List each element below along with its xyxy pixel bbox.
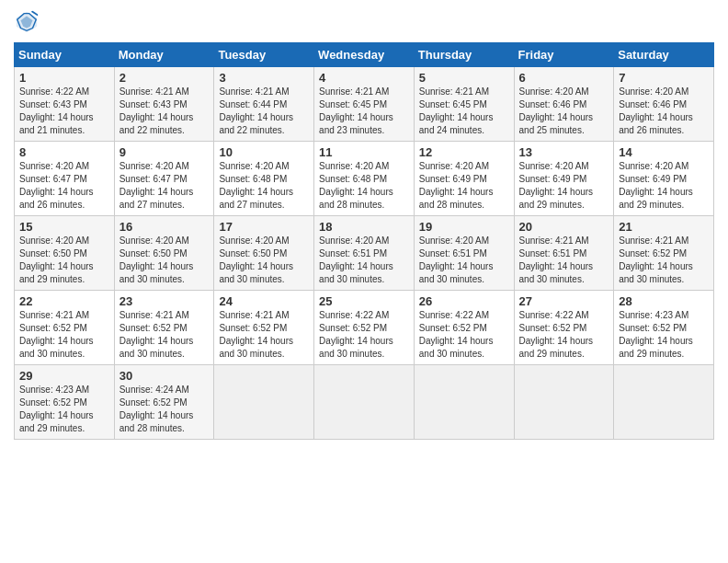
day-number: 23 bbox=[119, 294, 210, 308]
day-info: Sunrise: 4:20 AM Sunset: 6:49 PM Dayligh… bbox=[619, 160, 709, 212]
calendar-cell: 3Sunrise: 4:21 AM Sunset: 6:44 PM Daylig… bbox=[214, 67, 314, 142]
day-number: 25 bbox=[319, 294, 409, 308]
weekday-header-monday: Monday bbox=[114, 43, 214, 67]
weekday-header-tuesday: Tuesday bbox=[214, 43, 314, 67]
weekday-header-saturday: Saturday bbox=[614, 43, 714, 67]
day-info: Sunrise: 4:20 AM Sunset: 6:50 PM Dayligh… bbox=[219, 235, 309, 286]
weekday-header-friday: Friday bbox=[514, 43, 614, 67]
calendar-cell: 16Sunrise: 4:20 AM Sunset: 6:50 PM Dayli… bbox=[114, 216, 214, 291]
day-info: Sunrise: 4:22 AM Sunset: 6:52 PM Dayligh… bbox=[419, 309, 509, 361]
day-info: Sunrise: 4:20 AM Sunset: 6:51 PM Dayligh… bbox=[419, 235, 509, 286]
day-info: Sunrise: 4:21 AM Sunset: 6:52 PM Dayligh… bbox=[19, 309, 109, 361]
day-number: 5 bbox=[419, 71, 509, 85]
day-info: Sunrise: 4:20 AM Sunset: 6:49 PM Dayligh… bbox=[419, 160, 509, 212]
calendar-cell: 12Sunrise: 4:20 AM Sunset: 6:49 PM Dayli… bbox=[414, 142, 514, 216]
day-number: 12 bbox=[419, 145, 509, 159]
day-info: Sunrise: 4:21 AM Sunset: 6:52 PM Dayligh… bbox=[219, 309, 309, 361]
calendar-cell: 20Sunrise: 4:21 AM Sunset: 6:51 PM Dayli… bbox=[514, 216, 614, 291]
day-number: 16 bbox=[119, 220, 210, 234]
calendar-cell: 14Sunrise: 4:20 AM Sunset: 6:49 PM Dayli… bbox=[614, 142, 714, 216]
day-info: Sunrise: 4:21 AM Sunset: 6:45 PM Dayligh… bbox=[319, 86, 409, 137]
calendar-week-2: 8Sunrise: 4:20 AM Sunset: 6:47 PM Daylig… bbox=[15, 142, 714, 216]
logo-icon bbox=[14, 9, 40, 35]
day-number: 8 bbox=[19, 145, 109, 159]
day-number: 1 bbox=[19, 71, 109, 85]
calendar-cell bbox=[614, 365, 714, 440]
calendar-cell: 15Sunrise: 4:20 AM Sunset: 6:50 PM Dayli… bbox=[15, 216, 115, 291]
day-info: Sunrise: 4:22 AM Sunset: 6:43 PM Dayligh… bbox=[19, 86, 109, 137]
day-info: Sunrise: 4:20 AM Sunset: 6:50 PM Dayligh… bbox=[19, 235, 109, 286]
calendar-cell: 22Sunrise: 4:21 AM Sunset: 6:52 PM Dayli… bbox=[15, 291, 115, 365]
day-number: 21 bbox=[619, 220, 709, 234]
page-header bbox=[14, 9, 714, 35]
day-info: Sunrise: 4:20 AM Sunset: 6:50 PM Dayligh… bbox=[119, 235, 210, 286]
day-number: 28 bbox=[619, 294, 709, 308]
day-number: 18 bbox=[319, 220, 409, 234]
calendar-cell: 9Sunrise: 4:20 AM Sunset: 6:47 PM Daylig… bbox=[114, 142, 214, 216]
calendar-cell: 5Sunrise: 4:21 AM Sunset: 6:45 PM Daylig… bbox=[414, 67, 514, 142]
day-info: Sunrise: 4:20 AM Sunset: 6:46 PM Dayligh… bbox=[619, 86, 709, 137]
calendar-cell bbox=[214, 365, 314, 440]
day-number: 7 bbox=[619, 71, 709, 85]
day-number: 17 bbox=[219, 220, 309, 234]
calendar-cell: 6Sunrise: 4:20 AM Sunset: 6:46 PM Daylig… bbox=[514, 67, 614, 142]
calendar-cell: 13Sunrise: 4:20 AM Sunset: 6:49 PM Dayli… bbox=[514, 142, 614, 216]
day-number: 10 bbox=[219, 145, 309, 159]
day-number: 9 bbox=[119, 145, 210, 159]
calendar-week-3: 15Sunrise: 4:20 AM Sunset: 6:50 PM Dayli… bbox=[15, 216, 714, 291]
calendar-week-1: 1Sunrise: 4:22 AM Sunset: 6:43 PM Daylig… bbox=[15, 67, 714, 142]
day-number: 22 bbox=[19, 294, 109, 308]
calendar-cell: 11Sunrise: 4:20 AM Sunset: 6:48 PM Dayli… bbox=[314, 142, 415, 216]
calendar-cell: 1Sunrise: 4:22 AM Sunset: 6:43 PM Daylig… bbox=[15, 67, 115, 142]
day-info: Sunrise: 4:21 AM Sunset: 6:52 PM Dayligh… bbox=[119, 309, 210, 361]
day-info: Sunrise: 4:20 AM Sunset: 6:49 PM Dayligh… bbox=[519, 160, 609, 212]
day-number: 15 bbox=[19, 220, 109, 234]
day-info: Sunrise: 4:24 AM Sunset: 6:52 PM Dayligh… bbox=[119, 384, 210, 435]
day-info: Sunrise: 4:20 AM Sunset: 6:48 PM Dayligh… bbox=[219, 160, 309, 212]
day-number: 26 bbox=[419, 294, 509, 308]
calendar-table: SundayMondayTuesdayWednesdayThursdayFrid… bbox=[14, 42, 714, 440]
calendar-cell: 19Sunrise: 4:20 AM Sunset: 6:51 PM Dayli… bbox=[414, 216, 514, 291]
calendar-cell: 23Sunrise: 4:21 AM Sunset: 6:52 PM Dayli… bbox=[114, 291, 214, 365]
day-number: 3 bbox=[219, 71, 309, 85]
calendar-cell: 4Sunrise: 4:21 AM Sunset: 6:45 PM Daylig… bbox=[314, 67, 415, 142]
day-info: Sunrise: 4:21 AM Sunset: 6:51 PM Dayligh… bbox=[519, 235, 609, 286]
day-info: Sunrise: 4:20 AM Sunset: 6:46 PM Dayligh… bbox=[519, 86, 609, 137]
day-info: Sunrise: 4:21 AM Sunset: 6:45 PM Dayligh… bbox=[419, 86, 509, 137]
calendar-week-5: 29Sunrise: 4:23 AM Sunset: 6:52 PM Dayli… bbox=[15, 365, 714, 440]
day-info: Sunrise: 4:22 AM Sunset: 6:52 PM Dayligh… bbox=[519, 309, 609, 361]
day-number: 29 bbox=[19, 369, 109, 383]
day-number: 20 bbox=[519, 220, 609, 234]
day-number: 11 bbox=[319, 145, 409, 159]
day-info: Sunrise: 4:20 AM Sunset: 6:48 PM Dayligh… bbox=[319, 160, 409, 212]
day-number: 14 bbox=[619, 145, 709, 159]
day-info: Sunrise: 4:21 AM Sunset: 6:43 PM Dayligh… bbox=[119, 86, 210, 137]
calendar-cell: 25Sunrise: 4:22 AM Sunset: 6:52 PM Dayli… bbox=[314, 291, 415, 365]
day-info: Sunrise: 4:21 AM Sunset: 6:52 PM Dayligh… bbox=[619, 235, 709, 286]
weekday-header-row: SundayMondayTuesdayWednesdayThursdayFrid… bbox=[15, 43, 714, 67]
day-number: 19 bbox=[419, 220, 509, 234]
calendar-cell: 10Sunrise: 4:20 AM Sunset: 6:48 PM Dayli… bbox=[214, 142, 314, 216]
calendar-cell: 24Sunrise: 4:21 AM Sunset: 6:52 PM Dayli… bbox=[214, 291, 314, 365]
day-number: 2 bbox=[119, 71, 210, 85]
weekday-header-sunday: Sunday bbox=[15, 43, 115, 67]
calendar-cell: 30Sunrise: 4:24 AM Sunset: 6:52 PM Dayli… bbox=[114, 365, 214, 440]
calendar-cell: 7Sunrise: 4:20 AM Sunset: 6:46 PM Daylig… bbox=[614, 67, 714, 142]
calendar-cell: 17Sunrise: 4:20 AM Sunset: 6:50 PM Dayli… bbox=[214, 216, 314, 291]
calendar-cell: 8Sunrise: 4:20 AM Sunset: 6:47 PM Daylig… bbox=[15, 142, 115, 216]
day-number: 6 bbox=[519, 71, 609, 85]
calendar-cell: 21Sunrise: 4:21 AM Sunset: 6:52 PM Dayli… bbox=[614, 216, 714, 291]
calendar-cell bbox=[414, 365, 514, 440]
day-info: Sunrise: 4:23 AM Sunset: 6:52 PM Dayligh… bbox=[619, 309, 709, 361]
calendar-cell: 27Sunrise: 4:22 AM Sunset: 6:52 PM Dayli… bbox=[514, 291, 614, 365]
weekday-header-wednesday: Wednesday bbox=[314, 43, 415, 67]
calendar-week-4: 22Sunrise: 4:21 AM Sunset: 6:52 PM Dayli… bbox=[15, 291, 714, 365]
weekday-header-thursday: Thursday bbox=[414, 43, 514, 67]
calendar-cell: 18Sunrise: 4:20 AM Sunset: 6:51 PM Dayli… bbox=[314, 216, 415, 291]
day-info: Sunrise: 4:20 AM Sunset: 6:47 PM Dayligh… bbox=[119, 160, 210, 212]
calendar-cell bbox=[314, 365, 415, 440]
day-info: Sunrise: 4:21 AM Sunset: 6:44 PM Dayligh… bbox=[219, 86, 309, 137]
calendar-cell: 28Sunrise: 4:23 AM Sunset: 6:52 PM Dayli… bbox=[614, 291, 714, 365]
page-container: SundayMondayTuesdayWednesdayThursdayFrid… bbox=[0, 0, 728, 449]
day-info: Sunrise: 4:23 AM Sunset: 6:52 PM Dayligh… bbox=[19, 384, 109, 435]
